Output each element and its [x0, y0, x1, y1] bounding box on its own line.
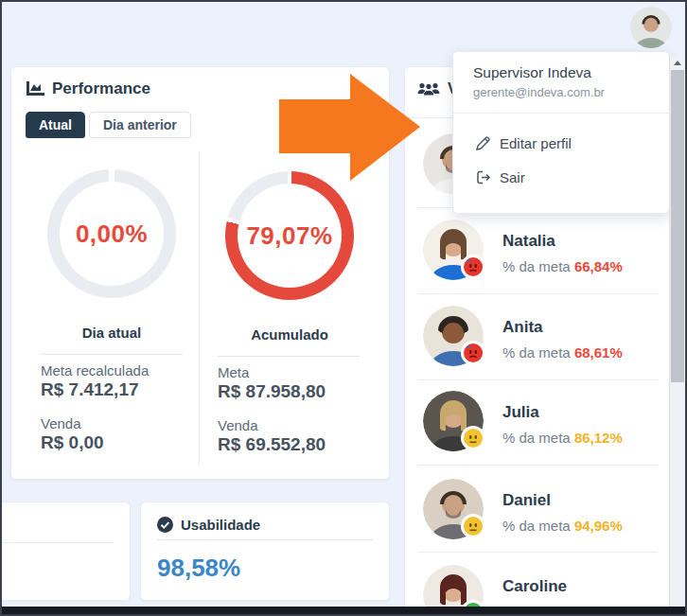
pencil-icon — [475, 135, 491, 151]
menu-item-edit-profile[interactable]: Editar perfil — [453, 129, 669, 157]
meta-label: % da meta — [502, 430, 571, 446]
row-divider — [418, 465, 658, 466]
seller-meta: % da meta 94,96% — [502, 518, 623, 534]
seller-row[interactable]: Anita % da meta 68,61% — [405, 306, 671, 379]
yellow-neutral-emoji — [461, 426, 485, 450]
scroll-up-button[interactable] — [670, 56, 684, 70]
meta-label: % da meta — [502, 518, 571, 534]
window-bottom-frame — [2, 607, 685, 614]
seller-meta: % da meta 68,61% — [502, 344, 623, 361]
stat-value-venda-acum: R$ 69.552,80 — [218, 434, 326, 455]
chevron-up-icon — [674, 61, 681, 65]
profile-avatar[interactable] — [630, 7, 672, 48]
gauge-acumulado: 79,07% — [225, 171, 354, 300]
profile-dropdown-menu: Supervisor Indeva gerente@indeva.com.br … — [452, 51, 670, 214]
performance-card: Performance Atual Dia anterior 0,00% Dia… — [10, 66, 390, 480]
performance-tabs: Atual Dia anterior — [26, 112, 191, 138]
performance-title-label: Performance — [52, 79, 150, 98]
meta-percent: 66,84% — [574, 258, 623, 274]
menu-item-label: Sair — [500, 169, 525, 185]
stat-label-meta: Meta — [218, 364, 249, 380]
gauge-acumulado-value: 79,07% — [225, 171, 354, 300]
seller-name: Daniel — [502, 491, 551, 510]
row-divider — [418, 293, 658, 294]
tab-dia-anterior[interactable]: Dia anterior — [89, 112, 191, 138]
seller-row[interactable]: Julia % da meta 86,12% — [405, 391, 671, 465]
red-sad-emoji — [461, 255, 485, 279]
menu-item-label: Editar perfil — [500, 135, 572, 151]
section-divider — [218, 356, 360, 357]
seller-name: Anita — [502, 318, 543, 337]
stat-value-meta-recalculada: R$ 7.412,17 — [41, 379, 139, 400]
stat-label-venda-dia: Venda — [41, 415, 81, 431]
section-label-acumulado: Acumulado — [210, 326, 369, 343]
row-divider — [418, 552, 658, 553]
meta-label: % da meta — [502, 258, 571, 274]
section-divider — [41, 354, 183, 355]
row-divider — [418, 379, 658, 380]
chart-area-icon — [26, 81, 44, 97]
menu-item-sign-out[interactable]: Sair — [453, 163, 669, 191]
usability-card: Usabilidade 98,58% — [140, 502, 390, 601]
partial-card — [0, 502, 131, 601]
check-circle-icon — [157, 517, 173, 533]
stat-label-meta-recalculada: Meta recalculada — [41, 362, 149, 378]
seller-meta: % da meta 86,12% — [502, 430, 623, 446]
usability-value: 98,58% — [157, 554, 240, 583]
seller-name: Caroline — [502, 577, 567, 596]
dashboard-screen: Performance Atual Dia anterior 0,00% Dia… — [0, 0, 687, 616]
column-divider — [199, 152, 200, 465]
seller-name: Julia — [502, 403, 539, 422]
meta-percent: 94,96% — [574, 518, 623, 534]
people-group-icon — [417, 81, 440, 97]
profile-name: Supervisor Indeva — [473, 64, 591, 81]
meta-percent: 68,61% — [574, 344, 623, 361]
stat-label-venda-acum: Venda — [218, 417, 258, 433]
stat-value-meta: R$ 87.958,80 — [218, 381, 326, 402]
seller-row[interactable]: Daniel % da meta 94,96% — [405, 479, 671, 553]
tab-atual[interactable]: Atual — [26, 112, 85, 138]
performance-card-title: Performance — [26, 79, 150, 98]
avatar-man-icon — [630, 7, 672, 48]
yellow-neutral-emoji — [461, 514, 485, 538]
header-divider — [157, 539, 373, 540]
seller-row[interactable]: Natalia % da meta 66,84% — [405, 220, 671, 293]
meta-label: % da meta — [502, 344, 571, 361]
profile-email: gerente@indeva.com.br — [473, 85, 605, 99]
seller-meta: % da meta 66,84% — [502, 258, 623, 274]
header-divider — [0, 542, 114, 543]
gauge-dia-atual: 0,00% — [47, 169, 176, 298]
sign-out-icon — [475, 169, 491, 185]
section-label-dia-atual: Dia atual — [32, 325, 191, 341]
seller-name: Natalia — [502, 232, 555, 251]
scrollbar-thumb[interactable] — [671, 70, 684, 382]
menu-divider — [453, 113, 669, 114]
vertical-scrollbar[interactable] — [669, 56, 684, 610]
usability-title-label: Usabilidade — [181, 517, 260, 533]
meta-percent: 86,12% — [574, 430, 623, 446]
usability-card-title: Usabilidade — [157, 517, 260, 533]
red-sad-emoji — [461, 341, 485, 365]
gauge-dia-atual-value: 0,00% — [47, 169, 176, 298]
stat-value-venda-dia: R$ 0,00 — [41, 432, 104, 453]
